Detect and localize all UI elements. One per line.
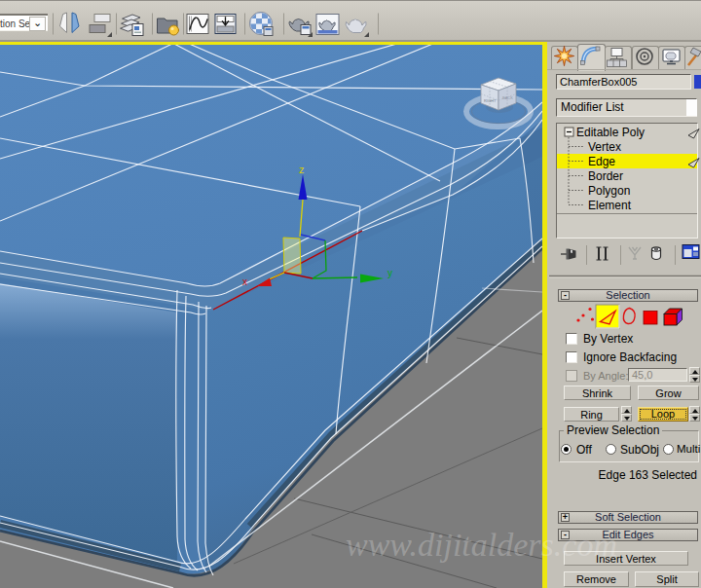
svg-text:x: x bbox=[242, 276, 247, 287]
svg-text:BACK: BACK bbox=[502, 95, 513, 100]
svg-text:RIGHT: RIGHT bbox=[484, 98, 497, 103]
svg-text:z: z bbox=[299, 164, 305, 175]
svg-text:y: y bbox=[387, 268, 392, 278]
